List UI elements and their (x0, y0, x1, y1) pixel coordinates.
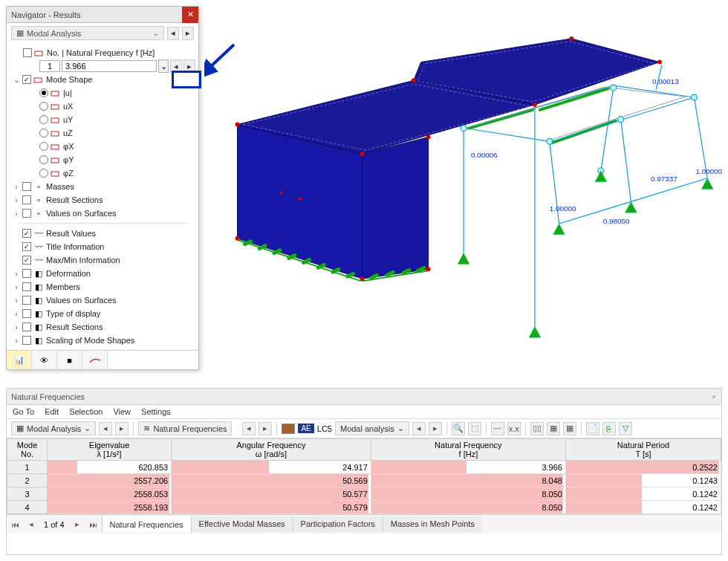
prev-button[interactable]: ◂ (99, 422, 112, 435)
checkbox[interactable] (22, 75, 31, 84)
next-button[interactable]: ▸ (429, 422, 442, 435)
checkbox[interactable] (22, 256, 31, 265)
prev-button[interactable]: ◂ (242, 422, 256, 435)
checkbox[interactable] (23, 48, 32, 57)
close-icon[interactable]: ✕ (182, 7, 198, 23)
radio[interactable] (39, 115, 48, 124)
radio[interactable] (39, 155, 48, 164)
next-button[interactable]: ▸ (259, 422, 272, 435)
radio[interactable] (39, 88, 48, 97)
mode-option-uX[interactable]: uX (13, 100, 195, 113)
checkbox[interactable] (22, 296, 31, 305)
tree-item[interactable]: ›▫Result Sections (13, 193, 195, 207)
freq-val-input[interactable]: 3.966 (62, 60, 157, 72)
expand-icon[interactable]: › (13, 322, 20, 331)
mode-option-φX[interactable]: φX (13, 140, 195, 153)
first-page-button[interactable]: ⏮ (7, 516, 23, 533)
menu-settings[interactable]: Settings (141, 407, 171, 416)
checkbox[interactable] (22, 282, 31, 291)
mode-option-φY[interactable]: φY (13, 153, 195, 166)
tree-item[interactable]: ›◧Members (13, 280, 195, 294)
col-header[interactable]: Natural Frequencyf [Hz] (371, 439, 565, 461)
tool-select-icon[interactable]: ⬚ (468, 422, 481, 435)
tree-item[interactable]: 〰Title Information (13, 240, 195, 253)
radio[interactable] (39, 129, 48, 137)
freq-no-input[interactable]: 1 (39, 60, 60, 72)
tree-item[interactable]: 〰Result Values (13, 227, 195, 240)
tree-item[interactable]: ›◧Result Sections (13, 320, 195, 334)
tab-masses-in-mesh-points[interactable]: Masses in Mesh Points (383, 516, 482, 532)
expand-icon[interactable]: › (13, 296, 20, 305)
tool-values-icon[interactable]: x.x (507, 422, 521, 435)
tree-item[interactable]: 〰Max/Min Information (13, 253, 195, 267)
analysis-dd[interactable]: ▦ Modal Analysis ⌄ (11, 421, 96, 435)
next-button[interactable]: ▸ (182, 27, 194, 40)
expand-icon[interactable]: › (13, 209, 20, 218)
checkbox[interactable] (22, 195, 31, 204)
expand-icon[interactable]: › (13, 195, 20, 204)
checkbox[interactable] (22, 229, 31, 238)
mode-option-|u|[interactable]: |u| (13, 86, 195, 100)
tool-curve-icon[interactable]: 〰 (491, 422, 504, 435)
prev-page-button[interactable]: ◂ (23, 516, 39, 533)
col-header[interactable]: ModeNo. (7, 439, 48, 461)
table-row[interactable]: 42558.19350.5798.0500.1242 (7, 501, 721, 514)
menu-edit[interactable]: Edit (45, 407, 59, 416)
results-dd[interactable]: ≋ Natural Frequencies (138, 421, 232, 435)
tool-report-icon[interactable]: 📄 (586, 422, 599, 435)
tool-export-icon[interactable]: ⎘ (602, 422, 616, 435)
checkbox[interactable] (22, 309, 31, 318)
prev-button[interactable]: ◂ (412, 422, 426, 435)
radio[interactable] (39, 102, 48, 111)
tree-item[interactable]: ›◧Values on Surfaces (13, 294, 195, 307)
tool-split-icon[interactable]: ▯▯ (530, 422, 544, 435)
freq-dropdown-caret[interactable]: ⌄ (158, 59, 169, 73)
col-header[interactable]: Natural PeriodT [s] (565, 439, 721, 461)
col-header[interactable]: Angular Frequencyω [rad/s] (172, 439, 371, 461)
menu-view[interactable]: View (113, 407, 131, 416)
checkbox[interactable] (22, 209, 31, 218)
viewport-3d[interactable]: 0.00006 0.00013 1.00000 0.98050 0.97337 … (208, 6, 722, 383)
checkbox[interactable] (22, 269, 31, 278)
tree-item[interactable]: ›▫Values on Surfaces (13, 207, 195, 220)
tool-filter-icon[interactable]: ▽ (619, 422, 632, 435)
tree-item[interactable]: ›◧Deformation (13, 267, 195, 280)
close-icon[interactable]: × (706, 392, 721, 401)
tool-grid-icon[interactable]: ▦ (547, 422, 560, 435)
col-header[interactable]: Eigenvalueλ [1/s²] (48, 439, 172, 461)
tab-effective-modal-masses[interactable]: Effective Modal Masses (191, 516, 293, 532)
checkbox[interactable] (22, 336, 31, 345)
expand-icon[interactable]: › (13, 309, 20, 318)
view-btn[interactable]: 👁 (32, 351, 57, 369)
radio[interactable] (39, 169, 48, 178)
tool-grid2-icon[interactable]: ▦ (563, 422, 576, 435)
expand-icon[interactable]: › (13, 336, 20, 345)
mode-option-uY[interactable]: uY (13, 113, 195, 126)
analysis-dropdown[interactable]: ▦ Modal Analysis ⌄ (11, 26, 164, 40)
curve-btn[interactable] (82, 351, 108, 369)
checkbox[interactable] (22, 182, 31, 191)
tab-participation-factors[interactable]: Participation Factors (293, 516, 383, 532)
color-swatch[interactable] (282, 424, 295, 434)
expand-icon[interactable]: › (13, 282, 20, 291)
camera-btn[interactable]: ■ (57, 351, 82, 369)
checkbox[interactable] (22, 322, 31, 331)
mode-shape-row[interactable]: ⌄ Mode Shape (13, 73, 195, 86)
collapse-icon[interactable]: ⌄ (13, 75, 20, 85)
lc-dd[interactable]: Modal analysis ⌄ (335, 421, 409, 435)
next-button[interactable]: ▸ (115, 422, 129, 435)
expand-icon[interactable]: › (13, 182, 20, 191)
mode-option-φZ[interactable]: φZ (13, 166, 195, 180)
table-row[interactable]: 32558.05350.5778.0500.1242 (7, 487, 721, 501)
tool-zoom-icon[interactable]: 🔍 (452, 422, 465, 435)
last-page-button[interactable]: ⏭ (85, 516, 102, 533)
table-row[interactable]: 22557.20650.5698.0480.1243 (7, 474, 721, 487)
menu-go-to[interactable]: Go To (13, 407, 34, 416)
expand-icon[interactable]: › (13, 269, 20, 278)
tree-item[interactable]: ›◧Scaling of Mode Shapes (13, 334, 195, 347)
results-btn[interactable]: 📊 (7, 351, 32, 369)
menu-selection[interactable]: Selection (69, 407, 103, 416)
prev-button[interactable]: ◂ (167, 27, 179, 40)
tree-item[interactable]: ›▫Masses (13, 180, 195, 193)
next-page-button[interactable]: ▸ (69, 516, 85, 533)
